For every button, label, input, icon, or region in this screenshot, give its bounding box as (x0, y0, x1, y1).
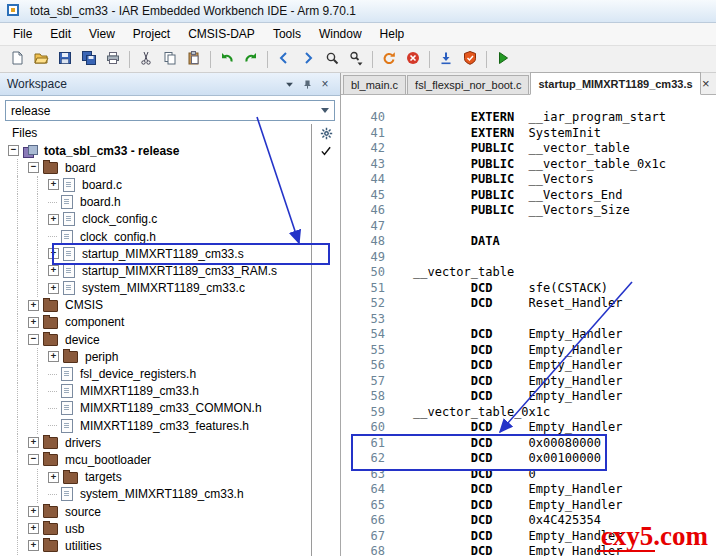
code-line[interactable]: 54 DCD Empty_Handler (341, 327, 716, 343)
expand-box-icon[interactable]: + (48, 248, 59, 259)
tree-item-utilities[interactable]: +utilities (0, 537, 311, 554)
print-button[interactable] (101, 47, 125, 71)
tree-item-device[interactable]: −device (0, 331, 311, 348)
code-line[interactable]: 48 DATA (341, 234, 716, 250)
editor-body[interactable]: 40 EXTERN __iar_program_start41 EXTERN S… (341, 95, 716, 556)
pin-icon[interactable] (299, 76, 315, 92)
menu-cmsis-dap[interactable]: CMSIS-DAP (179, 24, 264, 44)
expand-box-icon[interactable]: + (28, 300, 39, 311)
code-line[interactable]: 63 DCD 0 (341, 467, 716, 483)
navigate-forward-button[interactable] (296, 47, 320, 71)
menu-help[interactable]: Help (371, 24, 414, 44)
tree-item-mimxrt1189-cm33-features-h[interactable]: MIMXRT1189_cm33_features.h (0, 417, 311, 434)
redo-button[interactable] (239, 47, 263, 71)
tree-item-startup-mimxrt1189-cm33-s[interactable]: +startup_MIMXRT1189_cm33.s (0, 245, 311, 262)
code-line[interactable]: 43 PUBLIC __vector_table_0x1c (341, 157, 716, 173)
tree-item-system-mimxrt1189-cm33-c[interactable]: +system_MIMXRT1189_cm33.c (0, 280, 311, 297)
panel-menu-icon[interactable] (281, 76, 297, 92)
code-line[interactable]: 60 DCD Empty_Handler (341, 420, 716, 436)
code-line[interactable]: 62 DCD 0x00100000 (341, 451, 716, 467)
expand-box-icon[interactable]: + (48, 472, 59, 483)
tree-item-board[interactable]: −board (0, 159, 311, 176)
code-line[interactable]: 56 DCD Empty_Handler (341, 358, 716, 374)
code-line[interactable]: 44 PUBLIC __Vectors (341, 172, 716, 188)
collapse-box-icon[interactable]: − (28, 162, 39, 173)
expand-box-icon[interactable]: + (48, 283, 59, 294)
close-icon[interactable]: × (317, 76, 333, 92)
new-document-button[interactable] (5, 47, 29, 71)
code-line[interactable]: 59__vector_table_0x1c (341, 405, 716, 421)
tree-item-fsl-device-registers-h[interactable]: fsl_device_registers.h (0, 365, 311, 382)
expand-box-icon[interactable]: + (28, 437, 39, 448)
expand-box-icon[interactable]: + (28, 317, 39, 328)
search-button[interactable] (320, 47, 344, 71)
tree-item-board-h[interactable]: board.h (0, 194, 311, 211)
code-line[interactable]: 53 (341, 312, 716, 328)
collapse-box-icon[interactable]: − (28, 334, 39, 345)
code-line[interactable]: 55 DCD Empty_Handler (341, 343, 716, 359)
tree-item-drivers[interactable]: +drivers (0, 434, 311, 451)
tab-close-icon[interactable]: × (702, 76, 710, 91)
expand-box-icon[interactable]: + (48, 214, 59, 225)
debug-without-downloading-button[interactable] (491, 47, 515, 71)
tree-item-board-c[interactable]: +board.c (0, 176, 311, 193)
tree-item-clock-config-c[interactable]: +clock_config.c (0, 211, 311, 228)
menu-tools[interactable]: Tools (264, 24, 310, 44)
menu-file[interactable]: File (4, 24, 41, 44)
cut-button[interactable] (134, 47, 158, 71)
menu-window[interactable]: Window (310, 24, 371, 44)
expand-box-icon[interactable]: + (48, 265, 59, 276)
tree-item-targets[interactable]: +targets (0, 469, 311, 486)
code-line[interactable]: 57 DCD Empty_Handler (341, 374, 716, 390)
save-all-button[interactable] (77, 47, 101, 71)
tree-item-mimxrt1189-cm33-h[interactable]: MIMXRT1189_cm33.h (0, 383, 311, 400)
expand-box-icon[interactable]: + (48, 351, 59, 362)
tree-item-clock-config-h[interactable]: clock_config.h (0, 228, 311, 245)
collapse-box-icon[interactable]: − (28, 454, 39, 465)
expand-box-icon[interactable]: + (28, 506, 39, 517)
code-line[interactable]: 47 (341, 219, 716, 235)
code-line[interactable]: 65 DCD Empty_Handler (341, 498, 716, 514)
code-line[interactable]: 61 DCD 0x00080000 (341, 436, 716, 452)
code-line[interactable]: 51 DCD sfe(CSTACK) (341, 281, 716, 297)
tree-item-startup-mimxrt1189-cm33-ram-s[interactable]: +startup_MIMXRT1189_cm33_RAM.s (0, 262, 311, 279)
save-button[interactable] (53, 47, 77, 71)
navigate-back-button[interactable] (272, 47, 296, 71)
code-line[interactable]: 46 PUBLIC __Vectors_Size (341, 203, 716, 219)
make-button[interactable] (377, 47, 401, 71)
download-and-debug-button[interactable] (458, 47, 482, 71)
tree-item-usb[interactable]: +usb (0, 520, 311, 537)
tree-item-mcu-bootloader[interactable]: −mcu_bootloader (0, 451, 311, 468)
code-line[interactable]: 52 DCD Reset_Handler (341, 296, 716, 312)
undo-button[interactable] (215, 47, 239, 71)
menu-view[interactable]: View (80, 24, 124, 44)
tree-item-cmsis[interactable]: +CMSIS (0, 297, 311, 314)
code-line[interactable]: 40 EXTERN __iar_program_start (341, 110, 716, 126)
open-file-button[interactable] (29, 47, 53, 71)
tree-item-periph[interactable]: +periph (0, 348, 311, 365)
stop-build-button[interactable] (401, 47, 425, 71)
tree-item-tota-sbl-cm33-release[interactable]: −tota_sbl_cm33 - release (0, 142, 311, 159)
tree-item-source[interactable]: +source (0, 503, 311, 520)
copy-button[interactable] (158, 47, 182, 71)
collapse-box-icon[interactable]: − (8, 145, 19, 156)
code-line[interactable]: 41 EXTERN SystemInit (341, 126, 716, 142)
tree-item-mimxrt1189-cm33-common-h[interactable]: MIMXRT1189_cm33_COMMON.h (0, 400, 311, 417)
tree-item-component[interactable]: +component (0, 314, 311, 331)
paste-button[interactable] (182, 47, 206, 71)
expand-box-icon[interactable]: + (28, 523, 39, 534)
expand-box-icon[interactable]: + (28, 540, 39, 551)
config-selector[interactable]: release (5, 100, 335, 121)
tab-bl-main-c[interactable]: bl_main.c (343, 75, 406, 94)
search-options-button[interactable] (344, 47, 368, 71)
settings-gear-icon[interactable] (320, 124, 333, 142)
code-line[interactable]: 49 (341, 250, 716, 266)
tab-startup-mimxrt1189-cm33-s[interactable]: startup_MIMXRT1189_cm33.s (530, 72, 700, 95)
menu-project[interactable]: Project (124, 24, 179, 44)
code-line[interactable]: 58 DCD Empty_Handler (341, 389, 716, 405)
code-line[interactable]: 45 PUBLIC __Vectors_End (341, 188, 716, 204)
code-line[interactable]: 64 DCD Empty_Handler (341, 482, 716, 498)
expand-box-icon[interactable]: + (48, 179, 59, 190)
tree-item-system-mimxrt1189-cm33-h[interactable]: system_MIMXRT1189_cm33.h (0, 486, 311, 503)
code-line[interactable]: 42 PUBLIC __vector_table (341, 141, 716, 157)
